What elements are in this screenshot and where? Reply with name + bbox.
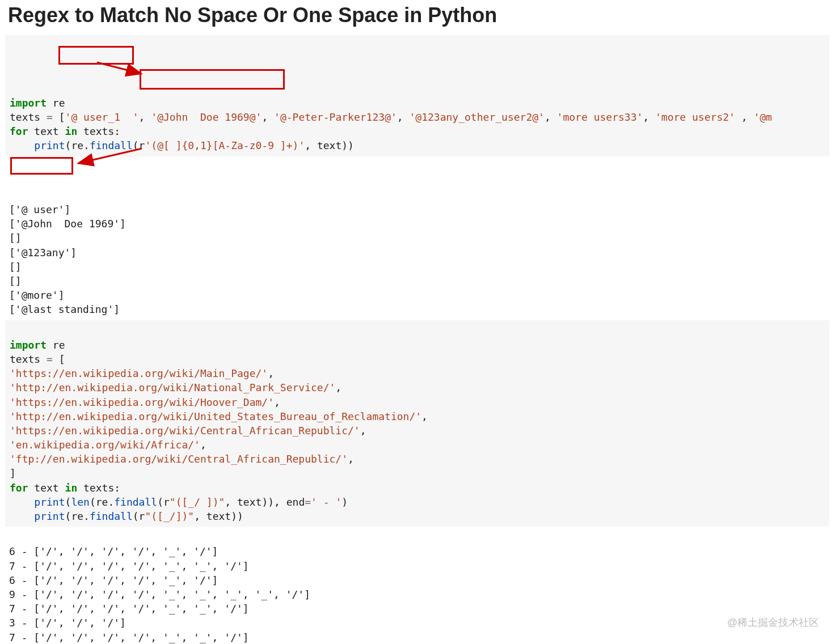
regex-pattern: "([_/])": [145, 510, 194, 522]
output-line: 7 - ['/', '/', '/', '/', '_', '_', '/']: [9, 560, 249, 572]
paren: (re.: [90, 496, 114, 508]
string-literal: 'https://en.wikipedia.org/wiki/Hoover_Da…: [10, 396, 274, 408]
regex-pattern: "([_/ ])": [170, 496, 225, 508]
var-texts: texts:: [77, 482, 120, 494]
bracket-open: [: [53, 111, 65, 123]
output-line: 7 - ['/', '/', '/', '/', '_', '_', '/']: [9, 632, 249, 643]
string-literal: 'en.wikipedia.org/wiki/Africa/': [10, 439, 200, 451]
func-len: len: [71, 496, 90, 508]
string-literal: 'http://en.wikipedia.org/wiki/United_Sta…: [10, 410, 421, 422]
regex-pattern: '(@[ ]{0,1}[A-Za-z0-9 ]+)': [145, 139, 305, 151]
string-literal: '@John Doe 1969@': [151, 111, 262, 123]
output-block-1: ['@ user'] ['@John Doe 1969'] [] ['@123a…: [6, 156, 829, 320]
string-literal: 'ftp://en.wikipedia.org/wiki/Central_Afr…: [10, 453, 348, 465]
string-literal: ' - ': [311, 496, 341, 508]
string-literal: 'https://en.wikipedia.org/wiki/Main_Page…: [10, 367, 268, 379]
paren: , text)): [194, 510, 243, 522]
output-line: 6 - ['/', '/', '/', '/', '_', '/']: [9, 574, 218, 586]
highlight-box-input: [58, 46, 134, 65]
module-re: re: [47, 339, 65, 351]
func-findall: findall: [90, 510, 133, 522]
code-block-2: import re texts = [ 'https://en.wikipedi…: [6, 320, 829, 527]
string-literal: '@-Peter-Parker123@': [274, 111, 397, 123]
paren: (re.: [65, 510, 90, 522]
output-line: []: [9, 232, 22, 244]
output-block-2: 6 - ['/', '/', '/', '/', '_', '/'] 7 - […: [6, 527, 829, 644]
keyword-import: import: [10, 97, 47, 109]
output-line: 9 - ['/', '/', '/', '/', '_', '_', '_', …: [9, 588, 310, 600]
var-texts: texts: [10, 111, 47, 123]
var-texts: texts:: [77, 125, 120, 137]
paren: (: [65, 496, 71, 508]
keyword-in: in: [65, 125, 78, 137]
highlight-box-output: [10, 157, 73, 175]
arrow-input-to-pattern: [91, 60, 159, 77]
indent: [10, 139, 34, 151]
output-line: ['@ user']: [9, 204, 70, 215]
func-print: print: [34, 496, 65, 508]
paren: , text)), end: [225, 496, 305, 508]
svg-line-0: [97, 62, 141, 74]
var-text: text: [28, 482, 65, 494]
output-line: ['@John Doe 1969']: [9, 218, 126, 230]
keyword-for: for: [10, 482, 28, 494]
var-texts: texts: [10, 353, 47, 365]
string-literal: '@m: [753, 111, 772, 123]
paren: (r: [133, 139, 145, 151]
string-literal: 'more users2': [655, 111, 735, 123]
bracket-open: [: [53, 353, 65, 365]
code-block-1: import re texts = ['@ user_1 ', '@John D…: [6, 35, 829, 156]
paren: ): [341, 496, 348, 508]
operator-eq: =: [47, 111, 53, 123]
output-line: ['@more']: [9, 289, 65, 301]
operator-eq: =: [47, 353, 53, 365]
func-print: print: [34, 139, 65, 151]
output-line: []: [9, 275, 22, 287]
page-title: Regex to Match No Space Or One Space in …: [0, 0, 835, 35]
output-line: ['@123any']: [9, 247, 77, 259]
string-literal: '@123any_other_user2@': [410, 111, 545, 123]
watermark: @稀土掘金技术社区: [727, 616, 819, 629]
keyword-import: import: [10, 339, 47, 351]
keyword-for: for: [10, 125, 28, 137]
string-literal: '@ user_1 ': [65, 111, 139, 123]
indent: [10, 510, 34, 522]
paren: (r: [157, 496, 170, 508]
var-text: text: [28, 125, 65, 137]
output-line: ['@last standing']: [9, 303, 120, 315]
module-re: re: [47, 97, 65, 109]
operator-eq: =: [305, 496, 311, 508]
output-line: 3 - ['/', '/', '/']: [9, 617, 126, 629]
string-literal: 'https://en.wikipedia.org/wiki/Central_A…: [10, 425, 360, 437]
highlight-box-pattern: [140, 69, 285, 90]
output-line: 6 - ['/', '/', '/', '/', '_', '/']: [9, 545, 218, 557]
paren: , text)): [305, 139, 354, 151]
bracket-close: ]: [10, 467, 16, 479]
paren: (re.: [65, 139, 90, 151]
func-findall: findall: [90, 139, 133, 151]
keyword-in: in: [65, 482, 78, 494]
func-print: print: [34, 510, 65, 522]
paren: (r: [133, 510, 145, 522]
output-line: []: [9, 261, 22, 273]
output-line: 7 - ['/', '/', '/', '/', '_', '_', '/']: [9, 603, 249, 615]
indent: [10, 496, 34, 508]
func-findall: findall: [114, 496, 157, 508]
string-literal: 'more users33': [557, 111, 643, 123]
string-literal: 'http://en.wikipedia.org/wiki/National_P…: [10, 382, 335, 393]
